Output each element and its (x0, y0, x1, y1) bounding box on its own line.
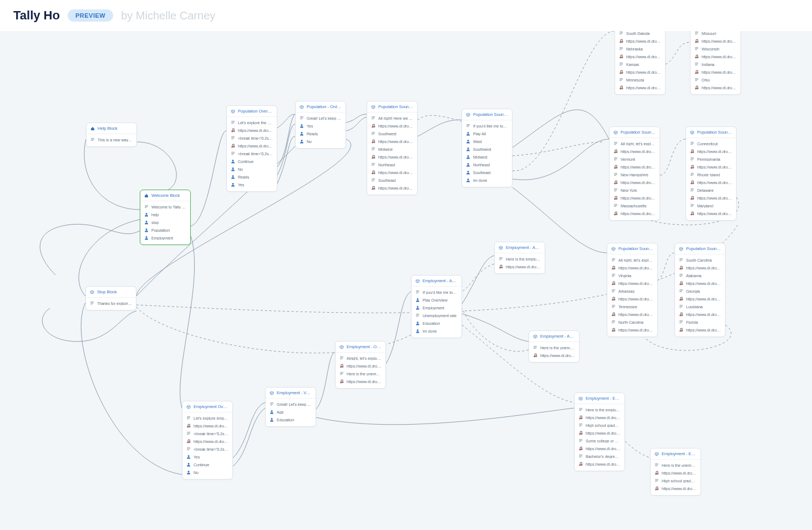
node-item[interactable]: Ready (227, 173, 277, 181)
node-item[interactable]: Here is the unemployment ... (336, 370, 385, 378)
node-header[interactable]: Population Overview (227, 106, 277, 117)
node-item[interactable]: https://www.dl.dropboxus... (615, 68, 665, 76)
node-item[interactable]: This is a new way to expl... (87, 136, 136, 144)
flow-node-emp-age-unemp[interactable]: Employment - Age Unemployment ...Here is… (529, 330, 580, 363)
node-item[interactable]: Arkansas (607, 287, 657, 295)
node-item[interactable]: No (182, 468, 232, 476)
node-item[interactable]: Here is the unemployment ... (529, 344, 579, 351)
node-header[interactable]: Employment - Age Employment Ra... (495, 242, 545, 253)
node-item[interactable]: https://www.dl.dropboxus... (182, 437, 232, 445)
node-item[interactable]: If you'd like me to play ... (412, 288, 461, 296)
node-item[interactable]: Unemployment rate (412, 312, 461, 319)
node-item[interactable]: Play All (462, 130, 512, 137)
node-item[interactable]: Vermont (610, 155, 659, 163)
flow-node-emp-edu-emp[interactable]: Employment - Education Employ...Here is … (574, 393, 625, 471)
node-item[interactable]: No (296, 137, 346, 145)
node-item[interactable]: Yes (296, 122, 346, 130)
node-header[interactable]: Population Sounds - Northeast (610, 127, 659, 138)
node-item[interactable]: https://www.dl.dropboxus... (651, 469, 701, 477)
node-item[interactable]: Great! Let's keep going. ... (296, 114, 346, 122)
node-item[interactable]: https://www.dl.dropboxus... (610, 210, 659, 217)
flow-node-help[interactable]: Help BlockThis is a new way to expl... (86, 123, 137, 147)
node-item[interactable]: Employment (412, 304, 461, 312)
node-header[interactable]: Employment - Overview Age (336, 342, 385, 353)
node-item[interactable]: https://www.dl.dropboxus... (607, 264, 657, 272)
node-item[interactable]: https://www.dl.dropboxus... (575, 414, 625, 421)
node-item[interactable]: https://www.dl.dropboxus... (686, 210, 736, 217)
node-item[interactable]: Play Overview (412, 296, 461, 304)
node-item[interactable]: Kansas (615, 60, 665, 68)
node-item[interactable]: https://www.dl.dropboxus... (615, 53, 665, 60)
node-item[interactable]: https://www.dl.dropboxus... (336, 362, 385, 370)
node-item[interactable]: help (140, 211, 190, 218)
flow-node-pop-se[interactable]: Population Sounds - SoutheastAll right, … (607, 243, 658, 337)
node-item[interactable]: Connecticut (686, 140, 736, 147)
node-item[interactable]: <break time='0.2s' /> Th... (227, 150, 277, 157)
node-item[interactable]: New Hampshire (610, 171, 659, 179)
node-item[interactable]: https://www.dl.dropboxus... (367, 122, 417, 130)
node-item[interactable]: Missouri (691, 31, 740, 37)
flow-node-emp-ov-age[interactable]: Employment - Overview AgeAlright, let's … (335, 341, 386, 389)
node-item[interactable]: Yes (227, 181, 277, 188)
flow-node-pop-ne[interactable]: Population Sounds - NortheastAll right, … (609, 126, 660, 221)
node-item[interactable]: Midwest (462, 153, 512, 161)
node-item[interactable]: Welcome to Tally Ho, a sk... (140, 203, 190, 211)
node-item[interactable]: Alabama (675, 272, 725, 279)
node-item[interactable]: High school graduate or e... (651, 477, 701, 485)
node-item[interactable]: Population (140, 226, 190, 234)
node-item[interactable]: https://www.dl.dropboxus... (610, 163, 659, 171)
node-item[interactable]: Ready (296, 130, 346, 137)
node-item[interactable]: Bachelor's degree or high... (575, 452, 625, 460)
node-header[interactable]: Employment - Variables Overview... (266, 388, 316, 399)
node-header[interactable]: Population Sounds - Southeast (607, 243, 657, 254)
node-item[interactable]: https://www.dl.dropboxus... (615, 37, 665, 45)
node-header[interactable]: Population Sounds - Southeast ... (675, 243, 725, 254)
node-header[interactable]: Employment - Age Unemployment ... (529, 331, 579, 342)
node-item[interactable]: Thanks for exploring the ... (86, 299, 136, 307)
node-item[interactable]: https://www.dl.dropboxus... (675, 326, 725, 334)
node-item[interactable]: https://www.dl.dropboxus... (367, 137, 417, 145)
node-header[interactable]: Welcome Block (140, 190, 190, 201)
flow-canvas[interactable]: Help BlockThis is a new way to expl...We… (0, 31, 812, 530)
node-item[interactable]: If you'd like me to play ... (462, 122, 512, 130)
flow-node-emp-age-ta[interactable]: Employment - Age - Take actionIf you'd l… (411, 275, 462, 338)
node-item[interactable]: Rhode Island (686, 171, 736, 179)
node-item[interactable]: Louisiana (675, 303, 725, 310)
node-header[interactable]: Population Sounds: Region (367, 101, 417, 113)
node-item[interactable]: South Dakota (615, 31, 665, 37)
node-header[interactable]: Employment Overview (182, 401, 232, 412)
node-item[interactable]: Let's explore the populati... (227, 119, 277, 126)
node-item[interactable]: https://www.dl.dropboxus... (367, 184, 417, 192)
node-item[interactable]: https://www.dl.dropboxus... (227, 126, 277, 134)
node-item[interactable]: Education (266, 416, 316, 424)
node-item[interactable]: https://www.dl.dropboxus... (529, 351, 579, 359)
node-item[interactable]: Southwest (462, 145, 512, 153)
node-item[interactable]: Nebraska (615, 45, 665, 53)
flow-node-pop-se2[interactable]: Population Sounds - Southeast ...South C… (674, 243, 725, 337)
node-item[interactable]: https://www.dl.dropboxus... (227, 142, 277, 150)
node-item[interactable]: https://www.dl.dropboxus... (607, 295, 657, 303)
node-item[interactable]: https://www.dl.dropboxus... (675, 264, 725, 272)
node-item[interactable]: Here is the employment by... (575, 406, 625, 414)
node-item[interactable]: https://www.dl.dropboxus... (367, 169, 417, 176)
node-item[interactable]: https://www.dl.dropboxus... (691, 53, 740, 60)
node-item[interactable]: https://www.dl.dropboxus... (686, 147, 736, 155)
node-header[interactable]: Employment - Education Employ... (575, 393, 625, 404)
node-item[interactable]: Great! Let's keep going. ... (266, 400, 316, 408)
node-item[interactable]: https://www.dl.dropboxus... (691, 68, 740, 76)
node-item[interactable]: Northeast (462, 161, 512, 169)
node-item[interactable]: Midwest (367, 145, 417, 153)
node-item[interactable]: Southeast (462, 169, 512, 176)
node-header[interactable]: Population Sounds - Northeast ... (686, 127, 736, 138)
node-item[interactable]: https://www.dl.dropboxus... (575, 445, 625, 452)
node-item[interactable]: High school graduate or e... (575, 421, 625, 429)
flow-node-welcome[interactable]: Welcome BlockWelcome to Tally Ho, a sk..… (140, 190, 191, 245)
node-item[interactable]: https://www.dl.dropboxus... (686, 194, 736, 202)
flow-node-pop-ov[interactable]: Population OverviewLet's explore the pop… (226, 105, 277, 192)
node-header[interactable]: Employment - Education Unempl... (651, 449, 701, 460)
flow-node-pop-region-ta[interactable]: Population Sounds: Region - ta...If you'… (461, 109, 512, 187)
node-item[interactable]: Northeast (367, 161, 417, 169)
node-item[interactable]: stop (140, 218, 190, 226)
node-item[interactable]: Tennessee (607, 303, 657, 310)
node-item[interactable]: <break time='0.2s' /> If ... (182, 445, 232, 453)
